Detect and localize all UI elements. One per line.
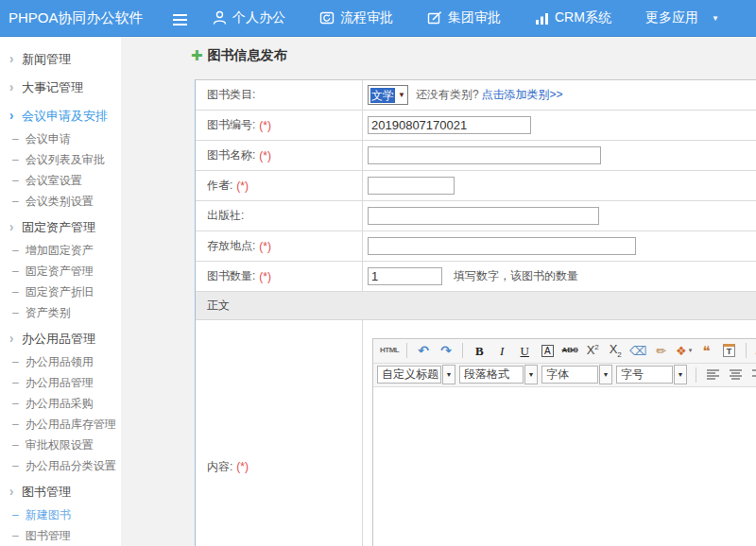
paint-button-glyph: ❖ [676,345,687,357]
sidebar-group-news-header[interactable]: ›新闻管理 [0,47,121,72]
font-border-button-glyph: A [541,345,554,357]
superscript-button-glyph: X2 [587,344,599,356]
book-category-label: 图书类目: [196,80,363,110]
sidebar-subitem[interactable]: –办公用品领用 [0,351,121,372]
book-name-input[interactable] [368,146,601,164]
book-category-label-text: 图书类目: [207,87,255,103]
dash-icon: – [12,149,19,170]
sidebar-subitem-label: 办公用品分类设置 [26,459,116,472]
paint-button[interactable]: ❖▾ [674,341,695,360]
align-left-button[interactable] [702,366,723,384]
sidebar-group-events-header[interactable]: ›大事记管理 [0,76,121,100]
format-painter-button[interactable]: ✏ [651,341,672,360]
toolbar-separator [696,367,696,383]
book-name-required-mark: (*) [259,149,271,162]
content-label-text: 内容: [207,459,232,475]
book-code-input[interactable] [368,116,531,134]
blockquote-button[interactable]: ❝ [696,341,717,360]
sidebar-group-office-supplies: ›办公用品管理–办公用品领用–办公用品管理–办公用品采购–办公用品库存管理–审批… [0,327,121,476]
font-family-select[interactable]: 字体▼ [541,365,612,384]
sidebar-subitem[interactable]: –会议类别设置 [0,191,121,212]
chevron-right-icon: › [9,103,22,130]
sidebar-item-new-book[interactable]: –新建图书 [0,504,121,525]
font-color-button[interactable]: A▾ [752,341,756,360]
format-painter-button-glyph: ✏ [656,345,666,357]
sidebar: ›新闻管理›大事记管理›会议申请及安排–会议申请–会议列表及审批–会议室设置–会… [0,36,121,546]
bold-button-glyph: B [475,345,484,357]
author-label: 作者:(*) [196,171,363,200]
sidebar-group-news: ›新闻管理 [0,47,121,72]
author-input[interactable] [368,177,455,195]
paragraph-format-select[interactable]: 段落格式▼ [459,365,538,384]
nav-workflow-approval[interactable]: 流程审批 [319,9,393,26]
sidebar-item-book-manage[interactable]: –图书管理 [0,525,121,546]
remove-format-button-glyph: ⌫ [629,345,646,357]
sidebar-subitem[interactable]: –增加固定资产 [0,240,121,261]
form-row-author: 作者:(*) [196,171,756,201]
sidebar-group-fixed-assets-header[interactable]: ›固定资产管理 [0,215,121,240]
book-category-select[interactable]: 文学▼ [368,85,408,105]
sidebar-subitem[interactable]: –办公用品管理 [0,372,121,393]
dash-icon: – [12,393,19,414]
subscript-button[interactable]: X2 [605,341,626,360]
toolbar-separator [406,343,407,358]
sidebar-subitem[interactable]: –办公用品采购 [0,393,121,414]
source-button-glyph: HTML [380,347,399,354]
italic-button[interactable]: I [491,341,512,360]
menu-hamburger-icon[interactable] [173,12,187,24]
paste-text-button[interactable]: T [719,341,740,360]
sidebar-subitem[interactable]: –办公用品库存管理 [0,414,121,435]
publisher-field [363,201,756,230]
sidebar-group-meeting-header[interactable]: ›会议申请及安排 [0,104,121,128]
sidebar-subitem-label: 会议申请 [26,132,71,145]
sidebar-subitem[interactable]: –会议室设置 [0,170,121,191]
sidebar-subitem[interactable]: –资产类别 [0,302,121,323]
custom-title-select[interactable]: 自定义标题▼ [377,365,455,384]
bold-button[interactable]: B [469,341,490,360]
book-quantity-input[interactable] [368,267,442,285]
book-category-select-value: 文学 [370,88,395,103]
nav-group-approval[interactable]: 集团审批 [427,9,501,26]
sidebar-subitem[interactable]: –审批权限设置 [0,435,121,455]
sidebar-subitem[interactable]: –会议申请 [0,128,121,149]
select-arrow-icon: ▼ [524,365,538,384]
sidebar-group-meeting: ›会议申请及安排–会议申请–会议列表及审批–会议室设置–会议类别设置 [0,104,121,212]
storage-location-label-text: 存放地点: [207,238,255,254]
editor-content-area[interactable] [373,387,756,546]
align-right-button[interactable] [747,366,756,384]
toolbar-separator [746,343,747,358]
sidebar-subitem[interactable]: –固定资产折旧 [0,282,121,302]
app-window: PHPOA协同办公软件 个人办公流程审批集团审批CRM系统更多应用▼ ›新闻管理… [0,0,756,546]
strikethrough-button[interactable]: ABC [559,341,580,360]
book-quantity-field: 填写数字，该图书的数量 [363,262,756,291]
book-quantity-required-mark: (*) [259,270,271,283]
undo-button[interactable]: ↶ [413,341,434,360]
nav-crm-system[interactable]: CRM系统 [535,9,611,26]
remove-format-button[interactable]: ⌫ [627,341,648,360]
sidebar-group-books-header[interactable]: ›图书管理 [0,480,121,504]
form-row-storage-location: 存放地点:(*) [196,231,756,262]
sidebar-subitem[interactable]: –固定资产管理 [0,261,121,282]
font-border-button[interactable]: A [537,341,558,360]
sidebar-group-office-supplies-header[interactable]: ›办公用品管理 [0,327,121,351]
align-center-button[interactable] [725,366,746,384]
font-size-select[interactable]: 字号▼ [616,365,687,384]
book-code-required-mark: (*) [259,119,271,132]
add-category-link[interactable]: 点击添加类别>> [482,87,563,103]
publisher-input[interactable] [368,207,599,225]
source-button[interactable]: HTML [378,341,401,360]
redo-button[interactable]: ↷ [436,341,456,360]
superscript-button[interactable]: X2 [582,341,603,360]
dash-icon: – [12,191,19,212]
nav-more-apps[interactable]: 更多应用▼ [645,9,719,26]
sidebar-subitem[interactable]: –会议列表及审批 [0,149,121,170]
book-code-label-text: 图书编号: [207,117,255,133]
sidebar-group-fixed-assets: ›固定资产管理–增加固定资产–固定资产管理–固定资产折旧–资产类别 [0,215,121,323]
sidebar-subitem[interactable]: –办公用品分类设置 [0,455,121,476]
sidebar-subitem-label: 固定资产折旧 [26,285,94,299]
main-content: ✚ 图书信息发布 图书类目:文学▼还没有类别?点击添加类别>>图书编号:(*)图… [121,36,756,546]
nav-personal-office[interactable]: 个人办公 [213,9,285,26]
underline-button[interactable]: U [514,341,535,360]
storage-location-input[interactable] [368,237,636,255]
strikethrough-button-glyph: ABC [562,347,578,354]
